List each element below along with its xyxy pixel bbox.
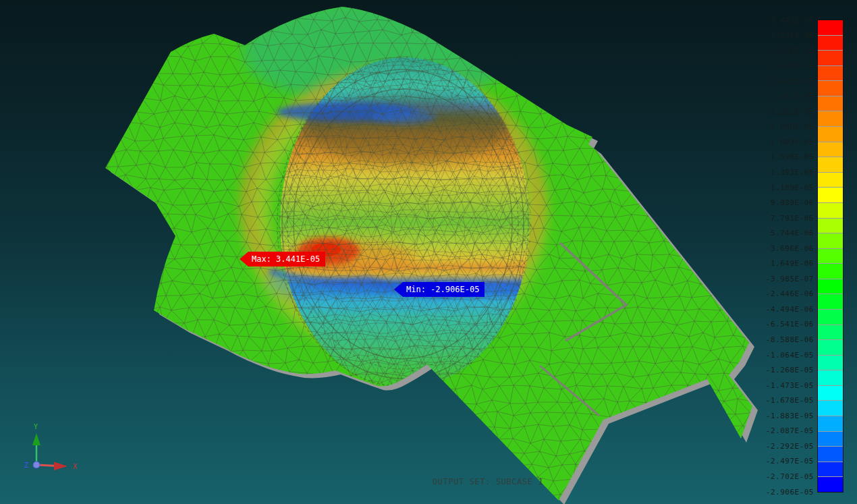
legend-color-band [818,111,843,126]
legend-tick-label: -4.494E-06 [740,305,814,314]
y-axis-arrowhead [32,433,40,445]
legend-color-band [818,293,843,309]
legend-color-band [818,126,843,142]
legend-tick-label: 5.744E-06 [740,229,814,237]
legend-color-band [818,325,843,340]
fea-model[interactable] [0,0,857,504]
legend-color-band [818,157,843,172]
legend-color-band [818,370,843,385]
legend-color-band [818,446,843,461]
legend-tick-label: 2.212E-05 [740,107,814,116]
legend-tick-label: 3.441E-05 [740,16,814,25]
x-axis-arrowhead [54,462,67,471]
z-axis-origin-dot [33,461,40,468]
legend-tick-label: -2.087E-05 [740,426,814,435]
legend-color-bar [818,20,843,492]
max-annotation-flag: Max: 3.441E-05 [240,252,325,267]
legend-tick-label: 9.839E-06 [740,198,814,207]
legend-tick-label: -2.702E-05 [740,472,814,481]
status-output-set: OUTPUT SET: SUBCASE 1 [433,474,644,490]
legend-tick-label: 1.649E-06 [740,259,814,268]
z-axis-label: Z [24,461,28,469]
legend-tick-label: 1.803E-05 [740,138,814,146]
legend-tick-label: -1.678E-05 [740,396,814,405]
legend-tick-label: 3.031E-05 [740,47,814,55]
legend-color-band [818,416,843,431]
legend-color-band [818,339,843,355]
legend-color-band [818,80,843,96]
legend-color-band [818,187,843,202]
legend-color-band [818,263,843,279]
y-axis-label: Y [34,423,38,430]
fea-model-canvas[interactable] [0,0,857,504]
legend-tick-label: 7.791E-06 [740,214,814,223]
legend-tick-label: -1.268E-05 [740,366,814,374]
legend-tick-label: -2.906E-05 [740,488,814,497]
legend-tick-label: 3.236E-05 [740,31,814,40]
legend-color-band [818,400,843,416]
legend-color-band [818,233,843,248]
legend-tick-label: -3.985E-07 [740,275,814,283]
graphics-viewport[interactable]: 3.441E-053.236E-053.031E-052.827E-052.62… [0,0,857,504]
legend-tick-label: 1.598E-05 [740,152,814,161]
legend-color-band [818,65,843,81]
legend-tick-label: -1.473E-05 [740,381,814,390]
legend-color-band [818,96,843,111]
legend-tick-label: -1.883E-05 [740,412,814,420]
legend-color-band [818,309,843,325]
legend-color-band [818,50,843,65]
legend-tick-label: 1.393E-05 [740,168,814,177]
legend-tick-label: -2.446E-06 [740,289,814,298]
legend-tick-label: 1.189E-05 [740,184,814,192]
legend-tick-label: -1.064E-05 [740,351,814,360]
legend-color-band [818,355,843,370]
legend-tick-label: 3.696E-06 [740,244,814,253]
legend-color-band [818,202,843,218]
legend-color-band [818,476,843,492]
legend-color-band [818,279,843,294]
legend-color-band [818,461,843,477]
x-axis-label: X [73,463,77,470]
legend-tick-label: 2.827E-05 [740,61,814,70]
min-annotation-label: Min: -2.906E-05 [406,285,479,294]
legend-tick-label: -8.588E-06 [740,335,814,344]
legend-color-band [818,248,843,264]
max-annotation-label: Max: 3.441E-05 [252,254,320,264]
legend-tick-label: 2.622E-05 [740,77,814,86]
legend-tick-label: 2.417E-05 [740,92,814,101]
legend-color-band [818,35,843,51]
legend-tick-label: -6.541E-06 [740,320,814,329]
coordinate-triad: Y X Z [19,417,93,481]
legend-color-band [818,142,843,157]
legend-color-band [818,172,843,188]
legend-color-band [818,431,843,447]
legend-tick-label: -2.497E-05 [740,457,814,466]
legend-color-band [818,218,843,233]
status-text-block: OUTPUT SET: SUBCASE 1 DEFORMED TOTAL: (M… [433,443,644,504]
legend-tick-label: 2.008E-05 [740,122,814,131]
legend-color-band [818,20,843,35]
legend-color-band [818,385,843,401]
legend-tick-label: -2.292E-05 [740,442,814,451]
min-annotation-flag: Min: -2.906E-05 [394,282,485,297]
